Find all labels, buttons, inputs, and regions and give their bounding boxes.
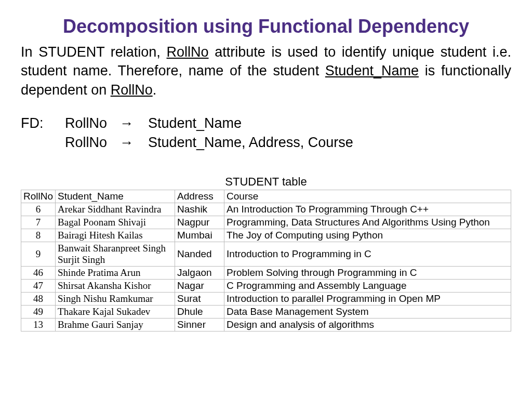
cell-rollno: 48: [21, 293, 56, 306]
arrow-icon: →: [119, 114, 148, 132]
cell-name: Banwait Sharanpreet Singh Surjit Singh: [56, 242, 175, 267]
fd-lhs: RollNo: [65, 133, 119, 152]
paragraph: In STUDENT relation, RollNo attribute is…: [21, 43, 511, 99]
cell-rollno: 8: [21, 229, 56, 242]
cell-course: Introduction to parallel Programming in …: [224, 293, 511, 306]
cell-course: Programming, Data Structures And Algorit…: [224, 216, 511, 229]
cell-name: Shinde Pratima Arun: [56, 267, 175, 280]
cell-rollno: 46: [21, 267, 56, 280]
arrow-icon: →: [119, 133, 148, 152]
col-header-rollno: RollNo: [21, 190, 56, 203]
cell-address: Sinner: [175, 319, 224, 332]
table-row: 48Singh Nishu RamkumarSuratIntroduction …: [21, 293, 511, 306]
col-header-name: Student_Name: [56, 190, 175, 203]
term-student-name: Student_Name: [325, 63, 419, 78]
table-row: 49Thakare Kajal SukadevDhuleData Base Ma…: [21, 306, 511, 319]
fd-rhs: Student_Name: [148, 114, 242, 132]
table-row: 8Bairagi Hitesh KailasMumbaiThe Joy of C…: [21, 229, 511, 242]
table-caption: STUDENT table: [21, 175, 511, 189]
cell-name: Thakare Kajal Sukadev: [56, 306, 175, 319]
text: .: [153, 82, 157, 98]
col-header-address: Address: [175, 190, 224, 203]
table-header-row: RollNo Student_Name Address Course: [21, 190, 511, 203]
fd-label: [21, 133, 65, 152]
cell-rollno: 13: [21, 319, 56, 332]
cell-rollno: 7: [21, 216, 56, 229]
cell-rollno: 9: [21, 242, 56, 267]
cell-address: Mumbai: [175, 229, 224, 242]
term-rollno: RollNo: [111, 82, 153, 98]
cell-address: Jalgaon: [175, 267, 224, 280]
cell-address: Nagar: [175, 280, 224, 293]
cell-course: Design and analysis of algorithms: [224, 319, 511, 332]
table-row: 46Shinde Pratima ArunJalgaonProblem Solv…: [21, 267, 511, 280]
cell-name: Bairagi Hitesh Kailas: [56, 229, 175, 242]
text: In STUDENT relation,: [21, 44, 167, 60]
cell-rollno: 49: [21, 306, 56, 319]
cell-course: Introduction to Programming in C: [224, 242, 511, 267]
table-row: 47Shirsat Akansha KishorNagarC Programmi…: [21, 280, 511, 293]
cell-address: Nashik: [175, 203, 224, 216]
cell-course: Data Base Management System: [224, 306, 511, 319]
fd-definitions: FD: RollNo → Student_Name RollNo → Stude…: [21, 114, 511, 152]
cell-name: Bagal Poonam Shivaji: [56, 216, 175, 229]
table-row: 7Bagal Poonam ShivajiNagpurProgramming, …: [21, 216, 511, 229]
student-table: RollNo Student_Name Address Course 6Arek…: [21, 190, 511, 332]
term-rollno: RollNo: [167, 44, 209, 60]
cell-address: Nanded: [175, 242, 224, 267]
cell-address: Surat: [175, 293, 224, 306]
table-row: 13Brahme Gauri SanjaySinnerDesign and an…: [21, 319, 511, 332]
cell-course: The Joy of Computing using Python: [224, 229, 511, 242]
cell-rollno: 6: [21, 203, 56, 216]
table-row: 6Arekar Siddhant RavindraNashikAn Introd…: [21, 203, 511, 216]
table-row: 9Banwait Sharanpreet Singh Surjit SinghN…: [21, 242, 511, 267]
cell-address: Nagpur: [175, 216, 224, 229]
slide-title: Decomposition using Functional Dependenc…: [21, 16, 511, 37]
fd-lhs: RollNo: [65, 114, 119, 132]
cell-course: An Introduction To Programming Through C…: [224, 203, 511, 216]
fd-rhs: Student_Name, Address, Course: [148, 133, 353, 152]
col-header-course: Course: [224, 190, 511, 203]
cell-name: Brahme Gauri Sanjay: [56, 319, 175, 332]
cell-course: Problem Solving through Programming in C: [224, 267, 511, 280]
cell-name: Shirsat Akansha Kishor: [56, 280, 175, 293]
cell-name: Arekar Siddhant Ravindra: [56, 203, 175, 216]
cell-rollno: 47: [21, 280, 56, 293]
cell-address: Dhule: [175, 306, 224, 319]
cell-name: Singh Nishu Ramkumar: [56, 293, 175, 306]
cell-course: C Programming and Assembly Language: [224, 280, 511, 293]
fd-label: FD:: [21, 114, 65, 132]
